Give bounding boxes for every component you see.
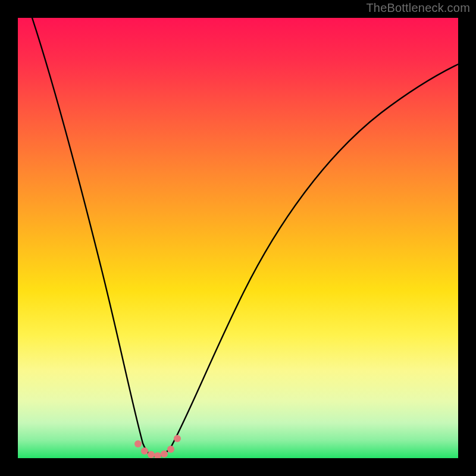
marker-dot [141,447,148,455]
marker-dot [174,435,181,442]
marker-dot [134,440,142,447]
marker-dot [154,452,161,458]
plot-area [18,18,458,458]
marker-dot [167,446,174,453]
bottom-marker-cluster [18,18,458,458]
marker-dot [148,451,155,458]
watermark-text: TheBottleneck.com [366,1,470,15]
marker-dot [161,450,168,458]
chart-frame: TheBottleneck.com [0,0,476,476]
